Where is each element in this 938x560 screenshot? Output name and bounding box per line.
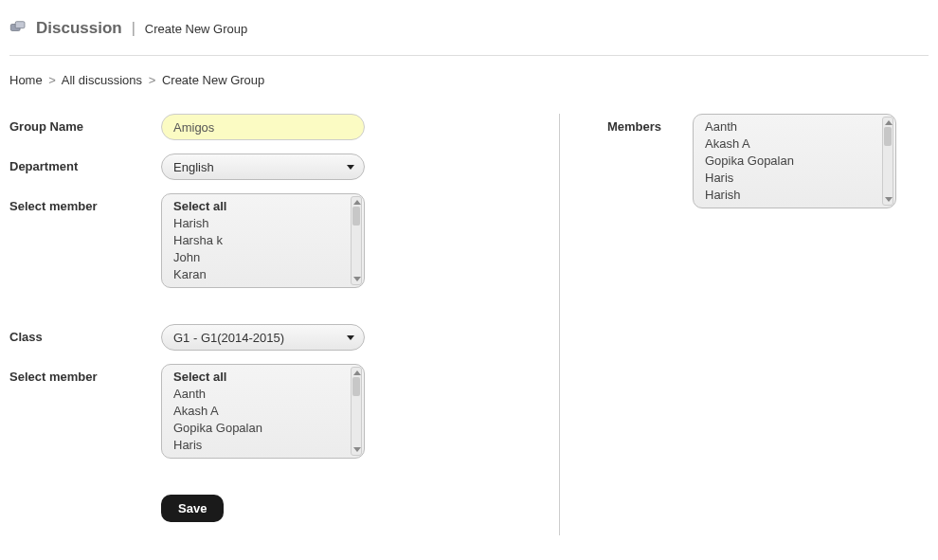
scroll-down-icon bbox=[885, 197, 893, 202]
list-item[interactable]: Haris bbox=[173, 437, 347, 454]
chevron-down-icon bbox=[347, 335, 354, 340]
list-item[interactable]: Gopika Gopalan bbox=[173, 420, 347, 437]
class-select[interactable]: G1 - G1(2014-2015) bbox=[161, 324, 365, 351]
list-item[interactable]: Harish bbox=[173, 215, 347, 232]
list-item[interactable]: Harsha k bbox=[173, 232, 347, 249]
chevron-down-icon bbox=[347, 165, 354, 170]
scroll-down-icon bbox=[353, 447, 361, 452]
page-header: Discussion | Create New Group bbox=[9, 19, 929, 56]
list-item[interactable]: Akash A bbox=[173, 403, 347, 420]
scrollbar[interactable] bbox=[351, 367, 362, 456]
list-item[interactable]: Haris bbox=[705, 170, 878, 187]
department-selected-value: English bbox=[173, 160, 214, 174]
members-list[interactable]: Aanth Akash A Gopika Gopalan Haris Haris… bbox=[693, 114, 896, 208]
breadcrumb-all-discussions[interactable]: All discussions bbox=[62, 73, 142, 87]
form-column: Group Name Department English Select mem… bbox=[9, 114, 559, 535]
select-member-dept-list[interactable]: Select all Harish Harsha k John Karan bbox=[161, 193, 365, 288]
members-label: Members bbox=[607, 114, 693, 134]
discussion-icon bbox=[9, 21, 27, 37]
breadcrumb-sep: > bbox=[149, 73, 156, 87]
class-selected-value: G1 - G1(2014-2015) bbox=[173, 331, 284, 345]
list-item[interactable]: Harish bbox=[705, 187, 878, 204]
scroll-thumb[interactable] bbox=[352, 377, 360, 396]
select-member-class-label: Select member bbox=[9, 364, 161, 384]
department-label: Department bbox=[9, 154, 161, 173]
page-title: Discussion bbox=[36, 19, 122, 38]
select-all-option[interactable]: Select all bbox=[173, 369, 347, 386]
list-item[interactable]: John bbox=[173, 249, 347, 266]
scrollbar[interactable] bbox=[351, 196, 362, 285]
scroll-thumb[interactable] bbox=[884, 127, 892, 146]
class-label: Class bbox=[9, 324, 161, 344]
svg-rect-1 bbox=[15, 21, 25, 27]
members-column: Members Aanth Akash A Gopika Gopalan Har… bbox=[559, 114, 929, 535]
breadcrumb-sep: > bbox=[48, 73, 56, 87]
breadcrumb-current: Create New Group bbox=[162, 73, 264, 87]
list-item[interactable]: Akash A bbox=[705, 135, 878, 153]
header-separator: | bbox=[132, 20, 135, 37]
page-subtitle: Create New Group bbox=[145, 22, 247, 36]
select-member-class-list[interactable]: Select all Aanth Akash A Gopika Gopalan … bbox=[161, 364, 365, 459]
department-select[interactable]: English bbox=[161, 154, 365, 180]
scroll-up-icon bbox=[353, 370, 361, 375]
breadcrumb: Home > All discussions > Create New Grou… bbox=[9, 56, 929, 114]
list-item[interactable]: Gopika Gopalan bbox=[705, 153, 878, 170]
list-item[interactable]: Aanth bbox=[173, 386, 347, 403]
scroll-down-icon bbox=[353, 277, 361, 281]
group-name-label: Group Name bbox=[9, 114, 161, 134]
list-item[interactable]: Karan bbox=[173, 266, 347, 283]
select-member-dept-label: Select member bbox=[9, 193, 161, 213]
scroll-up-icon bbox=[353, 200, 361, 205]
list-item[interactable]: Aanth bbox=[705, 118, 878, 135]
scroll-up-icon bbox=[885, 120, 893, 125]
select-all-option[interactable]: Select all bbox=[173, 198, 347, 215]
save-button[interactable]: Save bbox=[161, 495, 224, 522]
scroll-thumb[interactable] bbox=[352, 207, 360, 226]
scrollbar[interactable] bbox=[882, 117, 893, 206]
breadcrumb-home[interactable]: Home bbox=[9, 73, 43, 87]
group-name-input[interactable] bbox=[161, 114, 365, 140]
